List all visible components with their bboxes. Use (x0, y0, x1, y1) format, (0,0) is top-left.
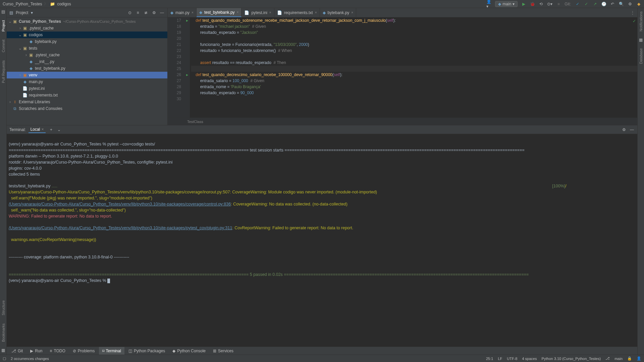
tree-item[interactable]: ⌄▣codigos (7, 32, 167, 38)
search-icon[interactable]: 🔍 (619, 1, 624, 7)
tree-item[interactable]: ◆main.py (7, 78, 167, 85)
bottom-tab-todo[interactable]: ≡TODO (46, 347, 68, 355)
bottom-tab-python-packages[interactable]: ◫Python Packages (125, 347, 168, 355)
locate-icon[interactable]: ⊙ (127, 10, 132, 15)
run-config-select[interactable]: ◆ main ▾ (495, 1, 518, 7)
code-line[interactable] (191, 66, 637, 72)
status-eol[interactable]: LF (498, 357, 502, 361)
settings-icon[interactable]: ⚙ (627, 1, 633, 7)
code-line[interactable]: entrada_nome = 'Paulo Bragança' (191, 84, 637, 90)
code-line[interactable] (191, 96, 637, 102)
gutter-project[interactable]: Project (1, 18, 5, 34)
terminal-hide-icon[interactable]: — (629, 127, 635, 132)
database-icon[interactable]: ▦ (639, 38, 643, 42)
debug-button[interactable]: 🐞 (530, 1, 535, 7)
close-icon[interactable]: × (351, 11, 353, 14)
gutter-pull-requests[interactable]: Pull Requests (1, 58, 5, 85)
code-line[interactable]: def test_quando_decrescimo_salario_receb… (191, 72, 637, 78)
lock-icon[interactable]: 🔒 (627, 356, 632, 361)
code-line[interactable]: def test_quando_metodo_sobrenome_recebe_… (191, 17, 637, 23)
analysis-ok-icon[interactable]: ✓ (633, 19, 636, 23)
user-icon[interactable]: 👤▾ (486, 1, 492, 7)
tree-external-libs[interactable]: › ⫴ External Libraries (7, 99, 167, 105)
terminal-body[interactable]: (venv) yanaraujo@yans-air Curso_Python_T… (7, 134, 637, 347)
code-line[interactable] (191, 36, 637, 42)
tree-item[interactable]: ◆test_bytebank.py (7, 65, 167, 72)
close-icon[interactable]: × (237, 10, 239, 14)
status-branch[interactable]: main (614, 357, 623, 361)
bottom-tab-problems[interactable]: ⊘Problems (69, 347, 98, 355)
tabs-more-icon[interactable]: ⋮ (628, 8, 637, 17)
close-icon[interactable]: × (315, 11, 317, 14)
code-line[interactable] (191, 54, 637, 60)
code-line[interactable]: entrada_salario = 100_000 # Given (191, 78, 637, 84)
gear-icon[interactable]: ⚙ (151, 10, 157, 15)
tree-item[interactable]: ◆bytebank.py (7, 38, 167, 45)
tree-item[interactable]: ›▣.pytest_cache (7, 25, 167, 32)
stop-button[interactable]: ■ (556, 1, 561, 7)
git-push-icon[interactable]: ↗ (592, 1, 598, 7)
code-line[interactable]: resultado_esperado = 90_000 (191, 90, 637, 96)
history-icon[interactable]: 🕐 (601, 1, 606, 7)
bottom-tab-python-console[interactable]: ◆Python Console (169, 347, 209, 355)
breadcrumb-project[interactable]: Curso_Python_Testes (3, 2, 42, 6)
project-tool-icon[interactable]: ▤ (1, 9, 5, 14)
tree-item[interactable]: ›▣venv (7, 72, 167, 78)
status-interpreter[interactable]: Python 3.10 (Curso_Python_Testes) (541, 357, 601, 361)
terminal-link[interactable]: /Users/yanaraujo/Curso-Python-Alura/Curs… (9, 202, 231, 206)
close-icon[interactable]: × (41, 127, 44, 132)
editor-tab[interactable]: 📄requirements.txt× (274, 8, 320, 17)
tree-item[interactable]: ⌄▣tests (7, 45, 167, 52)
profile-button[interactable]: ⊙▾ (547, 1, 552, 7)
gutter-bookmarks[interactable]: Bookmarks (1, 321, 5, 344)
collapse-icon[interactable]: ≢ (143, 10, 149, 15)
code-line[interactable]: entrada = "michael jackson" # Given (191, 23, 637, 29)
code-line[interactable]: assert resultado == resultado_esperado #… (191, 60, 637, 66)
tree-item[interactable]: 📄requirements.txt (7, 92, 167, 99)
editor-tab[interactable]: ◆main.py× (168, 8, 197, 17)
close-icon[interactable]: × (269, 11, 271, 14)
tree-item[interactable]: ›▣.pytest_cache (7, 52, 167, 58)
editor-tab[interactable]: 📄pytest.ini× (241, 8, 274, 17)
tree-item[interactable]: ◆__init__.py (7, 58, 167, 65)
tree-root[interactable]: ⌄ ▣ Curso_Python_Testes ~/Curso-Python-A… (7, 18, 167, 25)
reader-mode-icon[interactable]: 👤 (637, 356, 641, 361)
terminal-settings-icon[interactable]: ⚙ (621, 127, 627, 132)
editor-tab[interactable]: ◆bytebank.py× (320, 8, 357, 17)
bottom-tab-services[interactable]: ⊞Services (210, 347, 237, 355)
breadcrumb-folder[interactable]: codigos (57, 2, 71, 6)
bottom-tab-git[interactable]: ⎇Git (8, 347, 26, 355)
run-coverage-button[interactable]: ⟲ (538, 1, 544, 7)
git-commit-icon[interactable]: ✓ (584, 1, 589, 7)
gutter-notifications[interactable]: Notifications (639, 9, 643, 34)
gutter-commit[interactable]: Commit (1, 38, 5, 54)
run-button[interactable]: ▶ (521, 1, 526, 7)
project-tree[interactable]: ⌄ ▣ Curso_Python_Testes ~/Curso-Python-A… (7, 17, 167, 125)
status-position[interactable]: 25:1 (486, 357, 493, 361)
gutter-structure[interactable]: Structure (1, 298, 5, 317)
status-tool-icon[interactable]: ▢ (3, 356, 6, 361)
terminal-tab-local[interactable]: Local × (29, 126, 46, 133)
tree-item[interactable]: 📄pytest.ini (7, 85, 167, 92)
editor-tab[interactable]: ◆test_bytebank.py× (197, 8, 242, 17)
code-line[interactable]: resultado_esperado = "Jackson" (191, 29, 637, 36)
tree-scratches[interactable]: ⧉ Scratches and Consoles (7, 105, 167, 112)
bottom-tab-terminal[interactable]: ⌑Terminal (99, 347, 124, 355)
bottom-tab-run[interactable]: ▶Run (27, 347, 46, 355)
add-terminal-button[interactable]: + (48, 127, 54, 132)
close-icon[interactable]: × (192, 11, 194, 14)
code-line[interactable]: resultado = funcionario_teste.sobrenome(… (191, 48, 637, 54)
build-icon[interactable]: ▦ (1, 348, 5, 353)
git-update-icon[interactable]: ✓ (575, 1, 580, 7)
chevron-down-icon[interactable]: ▾ (31, 10, 33, 15)
status-encoding[interactable]: UTF-8 (507, 357, 517, 361)
editor-breadcrumb[interactable]: TestClass (168, 118, 637, 125)
code-line[interactable]: funcionario_teste = Funcionario(entrada,… (191, 42, 637, 48)
gutter-database[interactable]: Database (639, 46, 643, 66)
editor-body[interactable]: ✓ 1718192021222324252627282930 ▸▸ def te… (168, 17, 637, 118)
status-indent[interactable]: 4 spaces (522, 357, 537, 361)
terminal-link[interactable]: /Users/yanaraujo/Curso-Python-Alura/Curs… (9, 226, 232, 230)
expand-icon[interactable]: ≡ (135, 10, 141, 15)
terminal-dropdown-icon[interactable]: ⌄ (56, 127, 62, 132)
hide-icon[interactable]: — (159, 10, 165, 15)
